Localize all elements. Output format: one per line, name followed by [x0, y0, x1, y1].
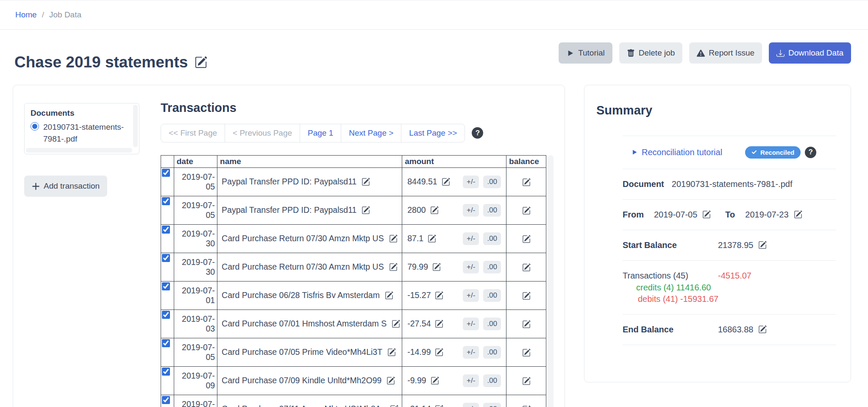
- row-checkbox[interactable]: [162, 368, 170, 376]
- previous-page-button[interactable]: < Previous Page: [225, 124, 300, 142]
- transactions-title: Transactions: [161, 100, 554, 115]
- flip-sign-button[interactable]: +/-: [463, 232, 479, 245]
- edit-amount-icon[interactable]: [435, 348, 443, 357]
- table-row: 2019-07-12 Card Purchase 07/11 Amzn Mktp…: [161, 395, 546, 407]
- edit-to-date-icon[interactable]: [794, 210, 802, 219]
- add-transaction-button[interactable]: Add transaction: [24, 176, 107, 197]
- next-page-button[interactable]: Next Page >: [341, 124, 401, 142]
- transactions-table: date name amount balance 2019-07-05 Payp…: [161, 155, 546, 407]
- edit-end-balance-icon[interactable]: [758, 325, 767, 334]
- documents-scrollbar-horizontal[interactable]: [26, 148, 132, 153]
- edit-name-icon[interactable]: [390, 405, 398, 407]
- from-date-value: 2019-07-05: [654, 210, 697, 220]
- add-cents-button[interactable]: .00: [483, 346, 501, 359]
- end-balance-value: 16863.88: [718, 325, 753, 335]
- documents-panel: Documents 20190731-statements-7981-.pdf …: [24, 94, 139, 407]
- row-date: 2019-07-09: [174, 366, 217, 395]
- report-issue-button[interactable]: Report Issue: [689, 42, 762, 64]
- reconciled-badge[interactable]: Reconciled: [745, 146, 801, 159]
- row-checkbox[interactable]: [162, 311, 170, 319]
- edit-balance-icon[interactable]: [522, 263, 531, 272]
- pagination-group: << First Page < Previous Page Page 1 Nex…: [161, 124, 465, 142]
- end-balance-row: End Balance 16863.88: [623, 315, 836, 345]
- edit-balance-icon[interactable]: [522, 206, 531, 215]
- transactions-help-icon[interactable]: ?: [472, 127, 483, 139]
- credits-summary: credits (4) 11416.60: [636, 283, 836, 293]
- job-data-card: Documents 20190731-statements-7981-.pdf …: [13, 85, 565, 407]
- edit-amount-icon[interactable]: [435, 320, 443, 328]
- document-radio-item[interactable]: 20190731-statements-7981-.pdf: [31, 121, 128, 145]
- breadcrumb-separator: /: [42, 10, 44, 20]
- document-radio[interactable]: [31, 122, 39, 131]
- edit-start-balance-icon[interactable]: [758, 241, 767, 249]
- edit-name-icon[interactable]: [362, 206, 370, 215]
- flip-sign-button[interactable]: +/-: [463, 374, 479, 387]
- flip-sign-button[interactable]: +/-: [463, 346, 479, 359]
- download-data-button[interactable]: Download Data: [769, 42, 851, 64]
- flip-sign-button[interactable]: +/-: [463, 403, 479, 407]
- row-checkbox[interactable]: [162, 197, 170, 205]
- edit-amount-icon[interactable]: [435, 405, 443, 407]
- add-cents-button[interactable]: .00: [483, 261, 501, 273]
- add-cents-button[interactable]: .00: [483, 204, 501, 217]
- add-cents-button[interactable]: .00: [483, 374, 501, 387]
- edit-balance-icon[interactable]: [522, 178, 531, 187]
- row-checkbox[interactable]: [162, 339, 170, 347]
- last-page-button[interactable]: Last Page >>: [401, 124, 465, 142]
- edit-balance-icon[interactable]: [522, 320, 531, 329]
- first-page-button[interactable]: << First Page: [161, 124, 225, 142]
- edit-name-icon[interactable]: [392, 320, 400, 328]
- edit-name-icon[interactable]: [362, 178, 370, 186]
- summary-card: Summary Reconciliation tutorial Reconcil…: [584, 85, 851, 382]
- row-date: 2019-07-12: [174, 395, 217, 407]
- transactions-table-wrap: date name amount balance 2019-07-05 Payp…: [161, 155, 554, 407]
- edit-amount-icon[interactable]: [431, 376, 439, 385]
- add-cents-button[interactable]: .00: [483, 403, 501, 407]
- edit-name-icon[interactable]: [385, 291, 393, 300]
- breadcrumb-home-link[interactable]: Home: [15, 10, 37, 20]
- tutorial-button[interactable]: Tutorial: [559, 42, 612, 64]
- table-row: 2019-07-05 Card Purchase 07/05 Prime Vid…: [161, 338, 546, 366]
- flip-sign-button[interactable]: +/-: [463, 261, 479, 273]
- to-date-value: 2019-07-23: [745, 210, 788, 220]
- row-checkbox[interactable]: [162, 226, 170, 234]
- add-cents-button[interactable]: .00: [483, 318, 501, 330]
- table-scrollbar[interactable]: [548, 155, 554, 407]
- edit-balance-icon[interactable]: [522, 377, 531, 385]
- edit-name-icon[interactable]: [389, 263, 398, 271]
- documents-list: Documents 20190731-statements-7981-.pdf: [24, 103, 139, 154]
- edit-name-icon[interactable]: [387, 376, 395, 385]
- edit-balance-icon[interactable]: [522, 405, 531, 407]
- flip-sign-button[interactable]: +/-: [463, 176, 479, 188]
- row-checkbox[interactable]: [162, 396, 170, 404]
- edit-from-date-icon[interactable]: [702, 210, 711, 219]
- row-checkbox[interactable]: [162, 282, 170, 290]
- flip-sign-button[interactable]: +/-: [463, 318, 479, 330]
- edit-balance-icon[interactable]: [522, 292, 531, 300]
- edit-title-icon[interactable]: [195, 56, 207, 69]
- edit-amount-icon[interactable]: [430, 206, 439, 215]
- delete-job-button[interactable]: Delete job: [619, 42, 683, 64]
- flip-sign-button[interactable]: +/-: [463, 289, 479, 302]
- edit-amount-icon[interactable]: [432, 263, 441, 271]
- edit-balance-icon[interactable]: [522, 235, 531, 243]
- add-cents-button[interactable]: .00: [483, 232, 501, 245]
- reconciliation-tutorial-link[interactable]: Reconciliation tutorial: [623, 148, 722, 157]
- row-checkbox[interactable]: [162, 254, 170, 262]
- edit-name-icon[interactable]: [389, 234, 398, 243]
- edit-name-icon[interactable]: [387, 348, 396, 357]
- table-header-row: date name amount balance: [161, 155, 546, 167]
- flip-sign-button[interactable]: +/-: [463, 204, 479, 217]
- edit-amount-icon[interactable]: [442, 178, 450, 186]
- edit-amount-icon[interactable]: [428, 234, 436, 243]
- current-page-button[interactable]: Page 1: [300, 124, 341, 142]
- add-cents-button[interactable]: .00: [483, 289, 501, 302]
- reconciliation-tutorial-label: Reconciliation tutorial: [642, 148, 722, 157]
- reconciled-badge-label: Reconciled: [760, 149, 794, 156]
- reconciliation-help-icon[interactable]: ?: [805, 147, 816, 158]
- edit-amount-icon[interactable]: [435, 291, 443, 300]
- documents-scrollbar-vertical[interactable]: [133, 105, 138, 147]
- row-checkbox[interactable]: [162, 169, 170, 177]
- edit-balance-icon[interactable]: [522, 348, 531, 357]
- add-cents-button[interactable]: .00: [483, 176, 501, 188]
